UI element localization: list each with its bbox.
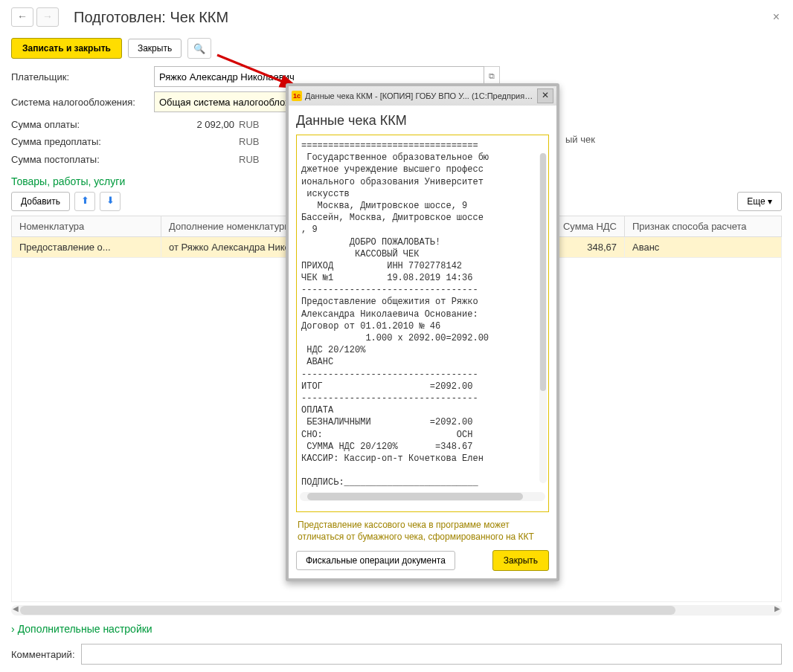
- main-toolbar: Записать и закрыть Закрыть 🔍: [0, 30, 793, 66]
- back-button[interactable]: ←: [11, 7, 33, 27]
- scroll-right-arrow[interactable]: ▶: [774, 604, 780, 613]
- extra-settings-label: Дополнительные настройки: [18, 623, 152, 635]
- sum-postpay-label: Сумма постоплаты:: [11, 154, 152, 165]
- chevron-right-icon: ›: [11, 623, 15, 635]
- receipt-vscroll[interactable]: [539, 153, 547, 483]
- chevron-down-icon: ▾: [768, 196, 772, 207]
- add-row-button[interactable]: Добавить: [11, 192, 70, 211]
- receipt-hscroll[interactable]: [300, 492, 545, 501]
- sum-prepay-label: Сумма предоплаты:: [11, 136, 152, 147]
- page-title: Подготовлен: Чек ККМ: [74, 9, 228, 26]
- truncated-text: ый чек: [565, 134, 595, 145]
- cell-nomenclature: Предоставление о...: [12, 237, 161, 258]
- receipt-vscroll-thumb[interactable]: [540, 153, 546, 391]
- extra-settings-accordion[interactable]: › Дополнительные настройки: [0, 618, 793, 639]
- receipt-text: ================================= Госуда…: [300, 138, 545, 489]
- sum-pay-label: Сумма оплаты:: [11, 119, 152, 130]
- move-up-button[interactable]: ⬆: [74, 192, 95, 211]
- payer-label: Плательщик:: [11, 71, 154, 83]
- scroll-thumb[interactable]: [20, 606, 675, 615]
- close-icon[interactable]: ×: [773, 10, 780, 24]
- cell-payment-sign: Аванс: [625, 237, 782, 258]
- comment-input[interactable]: [81, 644, 783, 665]
- sum-pay-value: 2 092,00: [152, 119, 239, 130]
- modal-note: Представление кассового чека в программе…: [298, 520, 548, 543]
- comment-label: Комментарий:: [11, 649, 75, 660]
- currency: RUB: [239, 119, 276, 130]
- col-payment-sign[interactable]: Признак способа расчета: [625, 216, 782, 237]
- modal-heading: Данные чека ККМ: [296, 113, 549, 129]
- receipt-hscroll-thumb[interactable]: [307, 493, 523, 500]
- modal-titlebar: 1c Данные чека ККМ - [КОПИЯ] ГОБУ ВПО У.…: [289, 86, 556, 106]
- save-close-button[interactable]: Записать и закрыть: [11, 38, 122, 59]
- close-button[interactable]: Закрыть: [128, 39, 182, 58]
- tax-label: Система налогообложения:: [11, 97, 154, 108]
- preview-button[interactable]: 🔍: [187, 38, 211, 59]
- currency: RUB: [239, 136, 276, 147]
- receipt-box: ================================= Госуда…: [296, 135, 549, 512]
- currency: RUB: [239, 154, 276, 165]
- move-down-button[interactable]: ⬇: [100, 192, 121, 211]
- forward-button[interactable]: →: [36, 7, 59, 27]
- topbar: ← → Подготовлен: Чек ККМ: [0, 0, 793, 30]
- app-logo-icon: 1c: [292, 91, 302, 101]
- receipt-modal: 1c Данные чека ККМ - [КОПИЯ] ГОБУ ВПО У.…: [286, 83, 559, 581]
- more-button[interactable]: Еще ▾: [737, 192, 782, 211]
- scroll-left-arrow[interactable]: ◀: [13, 604, 19, 613]
- modal-close-button[interactable]: ✕: [537, 88, 553, 103]
- fiscal-ops-button[interactable]: Фискальные операции документа: [296, 551, 455, 570]
- modal-close-yellow-button[interactable]: Закрыть: [492, 550, 549, 571]
- col-nomenclature[interactable]: Номенклатура: [12, 216, 161, 237]
- nav-buttons: ← →: [11, 7, 59, 27]
- horizontal-scrollbar[interactable]: ◀ ▶: [11, 605, 782, 616]
- modal-footer: Фискальные операции документа Закрыть: [296, 550, 549, 571]
- comment-row: Комментарий:: [0, 639, 793, 669]
- modal-title: Данные чека ККМ - [КОПИЯ] ГОБУ ВПО У... …: [305, 91, 534, 100]
- magnifier-icon: 🔍: [193, 43, 205, 54]
